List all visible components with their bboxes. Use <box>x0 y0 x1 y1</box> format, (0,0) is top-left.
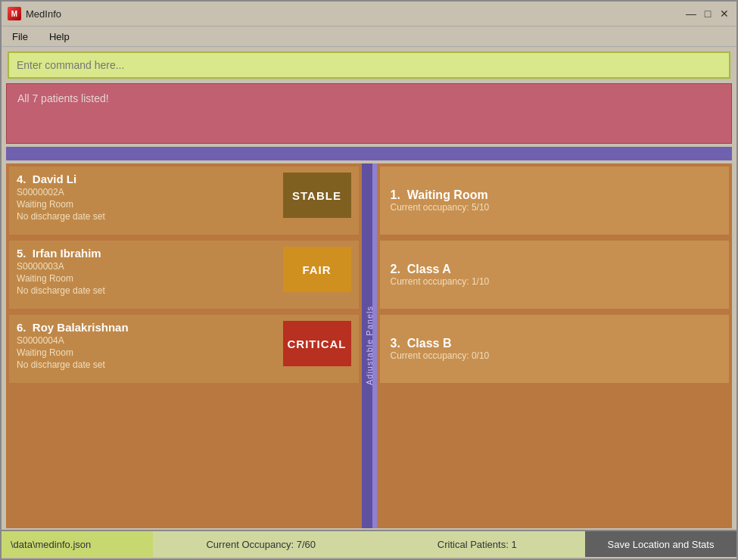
window-controls: — □ ✕ <box>685 8 730 20</box>
patient-location: Waiting Room <box>17 347 129 358</box>
menu-item-file[interactable]: File <box>8 30 33 44</box>
close-button[interactable]: ✕ <box>718 8 730 20</box>
app-title: MedInfo <box>26 8 61 20</box>
panel-divider <box>6 147 732 160</box>
ward-card[interactable]: 1. Waiting Room Current occupancy: 5/10 <box>380 166 730 235</box>
patient-card[interactable]: 5. Irfan Ibrahim S0000003A Waiting Room … <box>9 241 359 309</box>
patient-id: S0000002A <box>17 187 105 198</box>
patient-list: 4. David Li S0000002A Waiting Room No di… <box>6 163 362 528</box>
patient-discharge: No discharge date set <box>17 211 105 222</box>
ward-occupancy: Current occupancy: 1/10 <box>391 276 719 287</box>
app-icon-text: M <box>11 10 17 18</box>
app-icon: M <box>8 7 21 20</box>
patient-name: 6. Roy Balakrishnan <box>17 321 129 334</box>
menu-item-help[interactable]: Help <box>45 30 74 44</box>
panel-splitter[interactable]: Adjustable Panels <box>362 163 377 528</box>
command-input[interactable] <box>8 51 730 79</box>
patient-card[interactable]: 4. David Li S0000002A Waiting Room No di… <box>9 166 359 235</box>
ward-name: 3. Class B <box>391 337 719 350</box>
patient-card[interactable]: 6. Roy Balakrishnan S0000004A Waiting Ro… <box>9 315 359 383</box>
patient-id: S0000004A <box>17 335 129 346</box>
title-bar: M MedInfo — □ ✕ <box>2 2 736 26</box>
status-file-path: \data\medinfo.json <box>2 531 153 557</box>
patient-name: 4. David Li <box>17 173 105 185</box>
main-area: 4. David Li S0000002A Waiting Room No di… <box>6 163 732 528</box>
patient-status-badge: STABLE <box>283 173 351 218</box>
patient-name: 5. Irfan Ibrahim <box>17 247 105 260</box>
patient-status-badge: CRITICAL <box>283 321 351 366</box>
patient-discharge: No discharge date set <box>17 359 129 370</box>
command-bar <box>2 47 736 83</box>
result-text: All 7 patients listed! <box>17 92 109 104</box>
splitter-handle[interactable] <box>372 163 377 528</box>
menu-bar: File Help <box>2 26 736 47</box>
ward-card[interactable]: 3. Class B Current occupancy: 0/10 <box>380 315 730 383</box>
ward-occupancy: Current occupancy: 0/10 <box>391 350 719 361</box>
patient-info: 5. Irfan Ibrahim S0000003A Waiting Room … <box>17 247 105 296</box>
status-bar: \data\medinfo.json Current Occupancy: 7/… <box>2 530 736 557</box>
save-location-button[interactable]: Save Location and Stats <box>585 531 736 557</box>
status-occupancy: Current Occupancy: 7/60 <box>153 531 369 557</box>
patient-location: Waiting Room <box>17 273 105 284</box>
title-left: M MedInfo <box>8 7 61 20</box>
patient-location: Waiting Room <box>17 199 105 210</box>
ward-card[interactable]: 2. Class A Current occupancy: 1/10 <box>380 241 730 309</box>
ward-name: 2. Class A <box>391 263 719 276</box>
patient-info: 4. David Li S0000002A Waiting Room No di… <box>17 173 105 222</box>
patient-status-badge: FAIR <box>283 247 351 292</box>
ward-occupancy: Current occupancy: 5/10 <box>391 202 719 213</box>
patient-info: 6. Roy Balakrishnan S0000004A Waiting Ro… <box>17 321 129 370</box>
patient-id: S0000003A <box>17 261 105 272</box>
patient-discharge: No discharge date set <box>17 285 105 296</box>
maximize-button[interactable]: □ <box>702 8 714 20</box>
ward-name: 1. Waiting Room <box>391 188 719 202</box>
status-critical-patients: Critical Patients: 1 <box>369 531 586 557</box>
minimize-button[interactable]: — <box>685 8 697 20</box>
result-display: All 7 patients listed! <box>6 83 732 144</box>
ward-list: 1. Waiting Room Current occupancy: 5/10 … <box>377 163 733 528</box>
